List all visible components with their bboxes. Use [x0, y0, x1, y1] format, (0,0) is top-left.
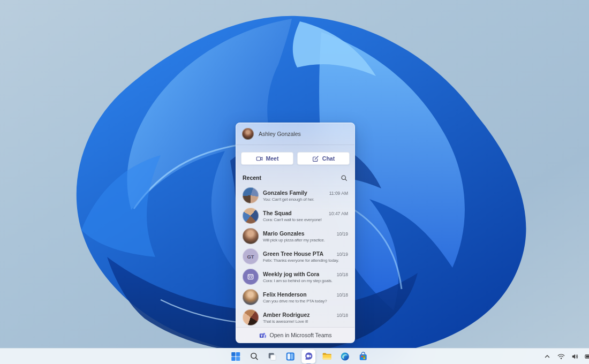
volume-status[interactable] — [570, 352, 579, 361]
start-button[interactable] — [229, 350, 243, 363]
chat-name: Amber Rodriguez — [263, 312, 310, 318]
chat-preview: Cora: I am so behind on my step goals. — [263, 278, 348, 283]
task-view-icon — [267, 352, 277, 361]
wifi-icon — [557, 353, 565, 360]
system-tray — [542, 348, 589, 364]
chat-name: Gonzales Family — [263, 189, 307, 196]
chat-button-label: Chat — [322, 155, 335, 162]
open-in-teams-button[interactable]: Open in Microsoft Teams — [236, 327, 354, 343]
edge-button[interactable] — [338, 350, 352, 363]
recent-label: Recent — [243, 175, 261, 181]
list-item[interactable]: Amber Rodriguez 10/18 That is awesome! L… — [236, 307, 354, 328]
chat-preview: You: Can't get enough of her. — [263, 197, 348, 202]
avatar-initials: GT — [243, 248, 259, 264]
recent-header: Recent — [236, 170, 354, 184]
chat-preview: Felix: Thanks everyone for attending tod… — [263, 258, 348, 263]
windows-start-icon — [231, 352, 240, 361]
teams-chat-flyout: Ashley Gonzales Meet Chat Recent — [236, 123, 355, 343]
taskbar-chat-button[interactable] — [301, 350, 315, 363]
edge-browser-icon — [340, 352, 350, 361]
widgets-icon — [285, 352, 295, 361]
avatar — [243, 269, 259, 285]
teams-logo-icon — [259, 332, 266, 339]
chat-name: Mario Gonzales — [263, 230, 305, 237]
taskbar-center-icons — [229, 348, 370, 364]
task-view-button[interactable] — [265, 350, 279, 363]
list-item[interactable]: GT Green Tree House PTA 10/19 Felix: Tha… — [236, 246, 354, 267]
avatar — [243, 208, 259, 224]
taskbar — [0, 348, 589, 364]
avatar — [243, 289, 259, 305]
calendar-icon — [247, 273, 254, 280]
chat-preview: Cora: Can't wait to see everyone! — [263, 217, 348, 222]
widgets-button[interactable] — [283, 350, 297, 363]
list-item[interactable]: Felix Henderson 10/18 Can you drive me t… — [236, 287, 354, 307]
chat-name: Felix Henderson — [263, 291, 307, 298]
hidden-icons-chevron[interactable] — [542, 352, 552, 361]
list-item[interactable]: Gonzales Family 11:09 AM You: Can't get … — [236, 185, 354, 206]
list-item[interactable]: Weekly jog with Cora 10/18 Cora: I am so… — [236, 267, 354, 287]
meet-button-label: Meet — [266, 155, 279, 162]
teams-chat-icon — [304, 351, 314, 361]
chat-name: The Squad — [263, 210, 292, 216]
battery-status[interactable] — [584, 352, 589, 361]
chat-button[interactable]: Chat — [297, 152, 350, 165]
chat-name: Weekly jog with Cora — [263, 271, 319, 277]
microsoft-store-icon — [358, 352, 368, 361]
chat-timestamp: 10:47 AM — [329, 211, 348, 216]
recent-chat-list: Gonzales Family 11:09 AM You: Can't get … — [236, 184, 354, 328]
chat-timestamp: 10/19 — [337, 231, 348, 237]
avatar — [243, 309, 259, 325]
list-item[interactable]: Mario Gonzales 10/19 Will pick up pizza … — [236, 226, 354, 246]
search-icon — [250, 352, 259, 361]
chat-name: Green Tree House PTA — [263, 251, 323, 257]
chat-timestamp: 10/18 — [337, 313, 348, 318]
meet-button[interactable]: Meet — [241, 152, 293, 165]
chat-preview: Will pick up pizza after my practice. — [263, 238, 348, 242]
store-button[interactable] — [356, 350, 370, 363]
chat-preview: That is awesome! Love it! — [263, 319, 348, 324]
chat-timestamp: 10/18 — [337, 272, 348, 277]
search-button[interactable] — [247, 350, 261, 363]
search-icon[interactable] — [339, 173, 348, 182]
user-name: Ashley Gonzales — [259, 131, 301, 137]
chat-timestamp: 10/18 — [337, 292, 348, 298]
avatar — [243, 187, 259, 203]
action-buttons: Meet Chat — [236, 145, 354, 170]
chat-timestamp: 10/19 — [337, 252, 348, 257]
video-camera-icon — [256, 155, 263, 162]
compose-icon — [312, 155, 319, 162]
file-explorer-button[interactable] — [320, 350, 334, 363]
chat-preview: Can you drive me to the PTA today? — [263, 299, 348, 304]
speaker-icon — [571, 353, 579, 360]
open-in-teams-label: Open in Microsoft Teams — [270, 332, 332, 338]
avatar — [243, 228, 259, 244]
battery-icon — [585, 353, 589, 360]
flyout-header: Ashley Gonzales — [236, 123, 354, 145]
chevron-up-icon — [544, 353, 550, 360]
file-explorer-icon — [322, 351, 332, 361]
wifi-status[interactable] — [556, 352, 565, 361]
list-item[interactable]: The Squad 10:47 AM Cora: Can't wait to s… — [236, 206, 354, 226]
desktop: Ashley Gonzales Meet Chat Recent — [0, 0, 589, 364]
user-avatar[interactable] — [242, 128, 254, 140]
chat-timestamp: 11:09 AM — [329, 191, 348, 196]
